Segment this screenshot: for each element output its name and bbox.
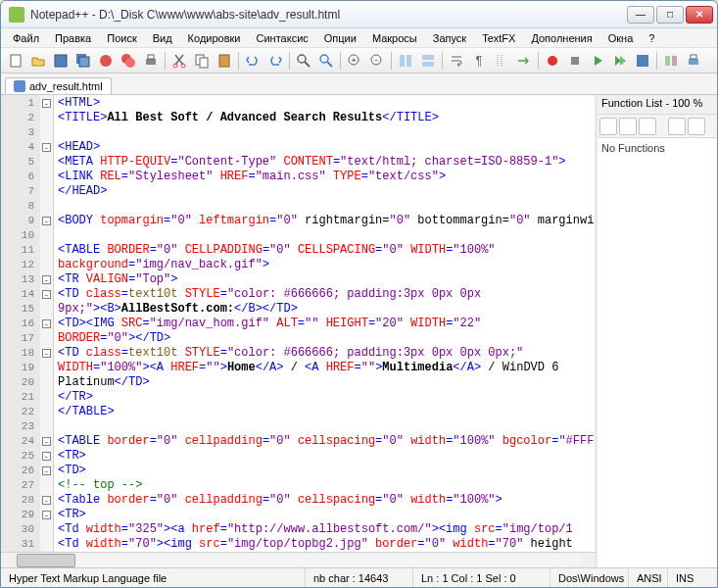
close-file-icon[interactable]: [95, 50, 117, 72]
minimize-button[interactable]: —: [627, 6, 654, 24]
svg-point-16: [320, 55, 328, 63]
svg-rect-25: [422, 62, 434, 67]
menu-macros[interactable]: Макросы: [364, 30, 425, 46]
separator-icon: [442, 52, 443, 70]
panel-toolbar: [598, 115, 717, 138]
close-all-icon[interactable]: [118, 50, 139, 72]
svg-rect-31: [637, 55, 648, 67]
maximize-button[interactable]: □: [656, 6, 684, 24]
menu-plugins[interactable]: Дополнения: [523, 30, 599, 46]
sync-v-icon[interactable]: [395, 50, 416, 72]
open-file-icon[interactable]: [27, 50, 49, 72]
redo-icon[interactable]: [264, 50, 286, 72]
menu-encoding[interactable]: Кодировки: [180, 30, 249, 46]
toolbar: + - ¶: [1, 48, 717, 74]
wordwrap-icon[interactable]: [446, 50, 467, 72]
stop-macro-icon[interactable]: [564, 50, 586, 72]
menu-help[interactable]: ?: [641, 30, 662, 46]
svg-text:-: -: [375, 55, 378, 64]
menu-syntax[interactable]: Синтаксис: [249, 30, 316, 46]
svg-point-14: [298, 55, 306, 63]
menu-windows[interactable]: Окна: [600, 30, 642, 46]
svg-rect-34: [689, 59, 698, 65]
indent-guide-icon[interactable]: [491, 50, 512, 72]
compare-icon[interactable]: [660, 50, 682, 72]
code-area[interactable]: <HTML><TITLE>All Best Soft / Advanced Se…: [54, 95, 595, 552]
menu-search[interactable]: Поиск: [99, 30, 144, 46]
editor-pane: 1234567891011121314151617181920212223242…: [1, 95, 598, 567]
svg-rect-0: [11, 55, 21, 67]
save-macro-icon[interactable]: [632, 50, 653, 72]
status-encoding: ANSI: [629, 568, 668, 587]
code-editor[interactable]: 1234567891011121314151617181920212223242…: [1, 95, 595, 552]
menu-run[interactable]: Запуск: [425, 30, 474, 46]
tab-bar: adv_result.html: [1, 74, 717, 95]
svg-rect-8: [148, 55, 154, 59]
play-multi-icon[interactable]: [609, 50, 631, 72]
svg-line-15: [305, 62, 310, 67]
record-macro-icon[interactable]: [542, 50, 563, 72]
fold-column[interactable]: - - - -- - - --- --: [40, 95, 54, 552]
svg-point-29: [548, 56, 557, 66]
list-icon[interactable]: [619, 118, 637, 135]
zoom-in-icon[interactable]: +: [344, 50, 365, 72]
separator-icon: [391, 52, 392, 70]
scrollbar-track[interactable]: [17, 554, 579, 567]
menubar: Файл Правка Поиск Вид Кодировки Синтакси…: [1, 28, 717, 48]
show-chars-icon[interactable]: ¶: [468, 50, 490, 72]
file-icon: [14, 80, 25, 92]
separator-icon: [656, 52, 657, 70]
status-filetype: Hyper Text Markup Language file: [1, 568, 306, 587]
sync-h-icon[interactable]: [417, 50, 439, 72]
titlebar[interactable]: Notepad++ - D:\_Disk C\www\www\abs-site\…: [1, 1, 717, 28]
ltr-icon[interactable]: [513, 50, 535, 72]
print2-icon[interactable]: [683, 50, 704, 72]
save-all-icon[interactable]: [72, 50, 94, 72]
content-area: 1234567891011121314151617181920212223242…: [1, 95, 717, 567]
save-icon[interactable]: [50, 50, 72, 72]
print-icon[interactable]: [140, 50, 162, 72]
line-numbers: 1234567891011121314151617181920212223242…: [1, 95, 40, 552]
window-buttons: — □ ✕: [627, 6, 713, 24]
find-icon[interactable]: [293, 50, 314, 72]
menu-options[interactable]: Опции: [316, 30, 364, 46]
undo-icon[interactable]: [242, 50, 263, 72]
separator-icon: [238, 52, 239, 70]
play-macro-icon[interactable]: [587, 50, 608, 72]
svg-rect-1: [55, 55, 67, 67]
horizontal-scrollbar[interactable]: [1, 552, 595, 567]
svg-rect-13: [219, 55, 229, 67]
svg-rect-3: [79, 57, 89, 67]
svg-line-17: [327, 62, 332, 67]
copy-icon[interactable]: [668, 118, 686, 135]
svg-rect-23: [407, 55, 411, 67]
svg-rect-7: [146, 59, 156, 65]
panel-title: Function List - 100 %: [598, 95, 717, 115]
function-list-panel: Function List - 100 % No Functions: [598, 95, 717, 567]
menu-edit[interactable]: Правка: [47, 30, 99, 46]
statusbar: Hyper Text Markup Language file nb char …: [1, 567, 717, 587]
tab-label: adv_result.html: [29, 80, 103, 92]
tree-icon[interactable]: [639, 118, 656, 135]
cut-icon[interactable]: [168, 50, 190, 72]
svg-rect-22: [400, 55, 405, 67]
zoom-out-icon[interactable]: -: [366, 50, 388, 72]
paste-icon[interactable]: [214, 50, 235, 72]
copy-icon[interactable]: [191, 50, 213, 72]
sort-az-icon[interactable]: [599, 118, 617, 135]
svg-rect-30: [571, 57, 579, 65]
scrollbar-thumb[interactable]: [17, 554, 75, 567]
file-tab[interactable]: adv_result.html: [5, 77, 112, 94]
menu-textfx[interactable]: TextFX: [474, 30, 523, 46]
menu-view[interactable]: Вид: [145, 30, 180, 46]
close-button[interactable]: ✕: [686, 6, 713, 24]
replace-icon[interactable]: [315, 50, 337, 72]
panel-body: No Functions: [598, 138, 717, 567]
window-title: Notepad++ - D:\_Disk C\www\www\abs-site\…: [30, 8, 627, 22]
settings-icon[interactable]: [688, 118, 705, 135]
svg-rect-32: [665, 56, 670, 66]
svg-point-4: [100, 55, 112, 67]
svg-point-6: [125, 58, 135, 68]
menu-file[interactable]: Файл: [5, 30, 47, 46]
new-file-icon[interactable]: [5, 50, 26, 72]
